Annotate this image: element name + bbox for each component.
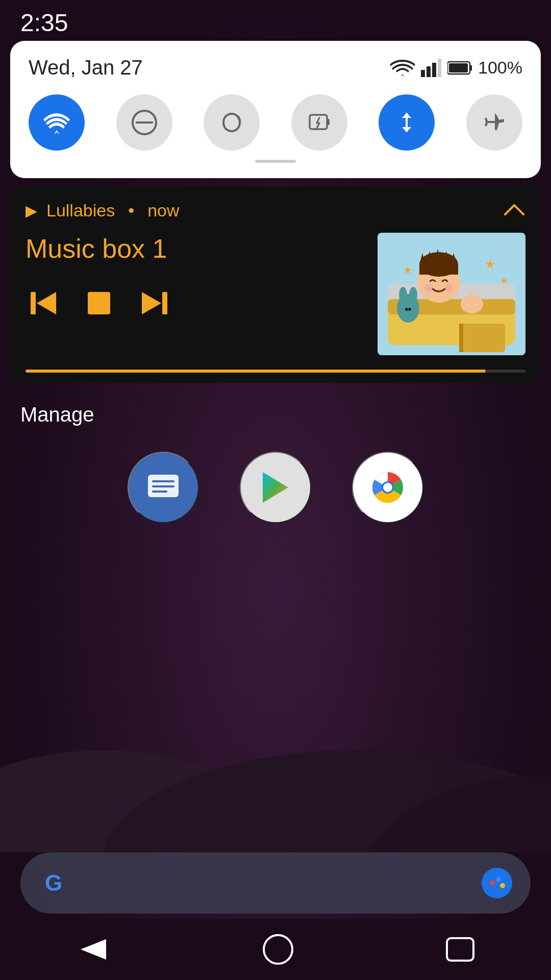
svg-text:G: G: [45, 870, 62, 895]
svg-rect-49: [459, 324, 463, 352]
svg-text:★: ★: [485, 257, 496, 271]
stop-button[interactable]: [81, 285, 117, 322]
media-header-left: ▶ Lullabies • now: [26, 201, 180, 220]
play-store-icon: [255, 467, 296, 508]
quick-settings-row: [29, 94, 522, 151]
chrome-app-icon[interactable]: [352, 452, 423, 523]
qs-airplane-icon: [481, 109, 508, 136]
status-time: 2:35: [20, 9, 68, 37]
svg-rect-3: [421, 70, 425, 77]
svg-rect-64: [447, 938, 473, 961]
svg-point-63: [264, 935, 292, 964]
search-bar[interactable]: G: [20, 852, 531, 914]
svg-rect-9: [449, 63, 468, 72]
qs-autorotate-button[interactable]: [204, 94, 260, 151]
svg-rect-6: [438, 59, 441, 77]
messages-icon: [143, 467, 184, 508]
notification-panel: Wed, Jan 27 100%: [10, 41, 541, 178]
svg-rect-18: [31, 292, 36, 314]
search-bar-container: G: [20, 852, 531, 914]
qs-airplane-button[interactable]: [466, 94, 522, 151]
play-icon-small: ▶: [26, 202, 37, 219]
svg-rect-30: [419, 264, 458, 275]
svg-point-61: [500, 883, 505, 888]
progress-bar-fill: [26, 370, 486, 373]
svg-point-60: [496, 877, 501, 882]
google-assistant-icon[interactable]: [482, 868, 512, 898]
qs-battery-saver-icon: [306, 109, 333, 136]
svg-rect-5: [432, 63, 436, 77]
qs-dnd-button[interactable]: [116, 94, 172, 151]
app-icons-row: [20, 452, 531, 523]
svg-rect-8: [470, 65, 472, 70]
stop-icon: [81, 285, 117, 322]
chevron-up-icon: [503, 202, 525, 217]
svg-marker-62: [81, 939, 106, 960]
svg-rect-39: [469, 293, 474, 304]
svg-point-42: [409, 287, 417, 303]
qs-data-icon: [393, 109, 420, 136]
svg-text:★: ★: [500, 276, 508, 286]
media-controls: [26, 285, 367, 322]
svg-point-57: [383, 483, 392, 492]
svg-marker-21: [142, 292, 161, 314]
back-button[interactable]: [76, 934, 111, 965]
play-store-app-icon[interactable]: [240, 452, 311, 523]
svg-rect-4: [427, 66, 431, 77]
home-button[interactable]: [263, 934, 293, 965]
manage-label: Manage: [20, 403, 531, 426]
assistant-dots-icon: [487, 873, 507, 893]
qs-autorotate-icon: [218, 109, 245, 136]
svg-rect-48: [459, 324, 505, 352]
svg-marker-54: [263, 472, 288, 503]
media-notification-header: ▶ Lullabies • now: [26, 201, 525, 220]
svg-point-37: [445, 284, 453, 292]
google-logo-icon: G: [41, 867, 72, 899]
media-content: Music box 1: [26, 233, 525, 355]
drag-handle: [255, 160, 296, 163]
svg-text:★: ★: [403, 264, 412, 276]
qs-battery-saver-button[interactable]: [291, 94, 347, 151]
svg-point-36: [424, 284, 433, 292]
qs-data-button[interactable]: [379, 94, 435, 151]
svg-marker-19: [37, 292, 56, 314]
svg-rect-14: [327, 119, 330, 125]
svg-point-43: [405, 308, 408, 311]
media-left-panel: Music box 1: [26, 233, 378, 322]
messages-app-icon[interactable]: [128, 452, 199, 523]
chrome-icon: [367, 467, 408, 508]
media-thumbnail: ★ ★ ★: [378, 233, 525, 355]
google-g-logo: G: [39, 865, 74, 901]
wifi-icon: [390, 59, 415, 77]
skip-next-icon: [136, 285, 172, 322]
media-expand-button[interactable]: [503, 202, 525, 219]
recents-button[interactable]: [445, 936, 475, 963]
battery-percent: 100%: [478, 58, 522, 78]
manage-section: Manage: [0, 383, 551, 523]
qs-dnd-icon: [131, 109, 158, 136]
svg-point-41: [399, 287, 407, 303]
media-title: Music box 1: [26, 233, 367, 264]
svg-rect-13: [310, 115, 327, 129]
media-notification: ▶ Lullabies • now Music box 1: [10, 186, 541, 383]
svg-point-44: [408, 308, 411, 311]
battery-icon: [447, 61, 472, 75]
qs-wifi-button[interactable]: [29, 94, 85, 151]
qs-wifi-icon: [42, 110, 71, 135]
progress-bar: [26, 370, 525, 373]
next-button[interactable]: [136, 285, 172, 322]
panel-header: Wed, Jan 27 100%: [29, 56, 522, 79]
svg-point-59: [490, 880, 495, 886]
media-time: now: [147, 201, 179, 220]
svg-rect-22: [162, 292, 167, 314]
recents-icon: [445, 936, 475, 963]
panel-status-icons: 100%: [390, 58, 522, 78]
signal-icon: [421, 59, 441, 77]
back-icon: [76, 934, 111, 965]
media-separator: •: [128, 201, 134, 220]
prev-button[interactable]: [26, 285, 62, 322]
svg-rect-20: [88, 292, 110, 314]
media-app-name: Lullabies: [46, 201, 115, 220]
status-bar: 2:35: [0, 0, 551, 41]
nav-bar: [0, 919, 551, 980]
